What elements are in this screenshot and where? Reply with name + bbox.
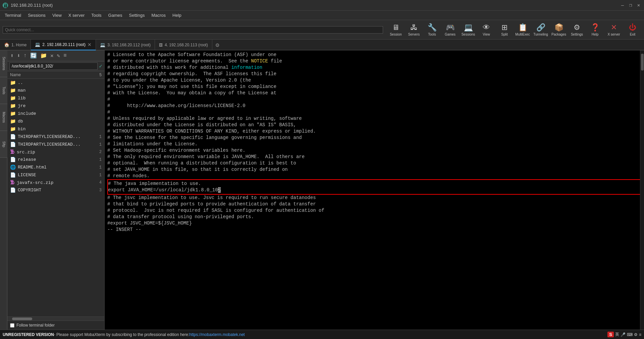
file-item-db[interactable]: 📁 db [7, 117, 104, 125]
window-title: 192.168.20.111 (root) [11, 3, 620, 8]
file-item-dotdot[interactable]: 📁 .. [7, 79, 104, 87]
edit-button[interactable]: ✎ [56, 52, 61, 60]
xserver-label: X server [607, 33, 620, 36]
multiexec-button[interactable]: 📋 MultiExec [514, 21, 531, 39]
file-item-readme[interactable]: 🌐 README.html 1 [7, 163, 104, 171]
file-size: 1 [95, 165, 102, 170]
tunneling-button[interactable]: 🔗 Tunneling [532, 21, 549, 39]
terminal-line: # [107, 109, 641, 115]
file-item-thirdparty2[interactable]: 📄 THIRDPARTYLICENSEREAD... 1 [7, 141, 104, 148]
help-label: Help [592, 33, 599, 36]
tools-button[interactable]: 🔧 Tools [423, 21, 441, 39]
settings-icon[interactable]: ⚙ [634, 332, 638, 337]
scrollbar-thumb[interactable] [12, 318, 32, 320]
servers-button[interactable]: 🖧 Servers [405, 21, 423, 39]
menu-tools[interactable]: Tools [88, 11, 105, 19]
tab-add-button[interactable]: ⚙ [212, 41, 223, 49]
download-button[interactable]: ⬇ [16, 52, 21, 60]
unregistered-label: UNREGISTERED VERSION [3, 332, 54, 337]
terminal-line: # The only required environment variable… [107, 154, 641, 160]
file-item-javafxzip[interactable]: 🗜 javafx-src.zip 4 [7, 179, 104, 186]
file-name: bin [18, 127, 93, 132]
file-item-lib[interactable]: 📁 lib [7, 94, 104, 102]
tab-session2[interactable]: 💻 2. 192.168.20.111 (root) ✕ [31, 40, 96, 50]
vertical-scrollbar-thumb[interactable] [641, 54, 644, 70]
file-item-thirdparty1[interactable]: 📄 THIRDPARTYLICENSEREAD... 1 [7, 133, 104, 141]
upload-button[interactable]: ⬆ [9, 52, 15, 60]
path-confirm-button[interactable]: ✓ [99, 63, 102, 69]
tab-session2-close[interactable]: ✕ [88, 42, 92, 47]
menu-settings[interactable]: Settings [126, 11, 148, 19]
menu-macros[interactable]: Macros [148, 11, 169, 19]
help-button[interactable]: ❓ Help [586, 21, 604, 39]
file-item-man[interactable]: 📁 man [7, 87, 104, 94]
menu-help[interactable]: Help [169, 11, 185, 19]
sidebar-tab-tools[interactable]: Tools [0, 77, 7, 104]
sessions-button[interactable]: 💻 Sessions [460, 21, 477, 39]
mic-icon[interactable]: 🎤 [621, 332, 626, 337]
terminal-line: # Licensed to the Apache Software Founda… [107, 52, 641, 58]
file-item-release[interactable]: 📄 release 1 [7, 156, 104, 163]
view-button[interactable]: 👁 View [478, 21, 495, 39]
tab-session4[interactable]: 🖼 4. 192.168.20.113 (root) [155, 40, 212, 50]
menu-games[interactable]: Games [105, 11, 126, 19]
file-item-copyright[interactable]: 📄 COPYRIGHT 3 [7, 186, 104, 194]
menu-terminal[interactable]: Terminal [1, 11, 24, 19]
menu-sessions[interactable]: Sessions [24, 11, 49, 19]
exit-button[interactable]: ⏻ Exit [624, 21, 641, 39]
terminal-line: # Set Hadoop-specific environment variab… [107, 147, 641, 154]
keyboard-icon[interactable]: ⌨ [627, 332, 633, 337]
quick-connect-input[interactable] [3, 26, 383, 34]
follow-checkbox[interactable] [10, 323, 14, 328]
split-label: Split [501, 33, 507, 36]
delete-button[interactable]: ✕ [49, 52, 55, 60]
menu-xserver[interactable]: X server [65, 11, 88, 19]
packages-label: Packages [551, 33, 566, 36]
file-icon: 📄 [10, 157, 16, 162]
sidebar-tab-macros[interactable]: Macros [0, 104, 7, 131]
tab-session3[interactable]: 💻 3. 192.168.20.112 (root) [96, 40, 155, 50]
tunneling-icon: 🔗 [536, 23, 545, 32]
menu-icon[interactable]: ≡ [639, 332, 641, 337]
file-icon: 📄 [10, 187, 16, 193]
status-link[interactable]: https://mobaxterm.mobatek.net [189, 332, 245, 337]
horizontal-scrollbar[interactable] [7, 317, 104, 321]
xserver-icon: ✕ [611, 23, 617, 32]
file-name: lib [18, 96, 93, 101]
file-item-include[interactable]: 📁 include [7, 110, 104, 117]
path-input[interactable] [9, 62, 98, 70]
maximize-button[interactable]: ❐ [628, 3, 633, 8]
split-button[interactable]: ⊞ Split [496, 21, 513, 39]
tab-home[interactable]: 🏠 1. Home [0, 40, 31, 50]
session-button[interactable]: 🖥 Session [387, 21, 405, 39]
lang-icon[interactable]: 英 [615, 332, 619, 337]
packages-button[interactable]: 📦 Packages [550, 21, 568, 39]
menu-view[interactable]: View [49, 11, 65, 19]
games-button[interactable]: 🎮 Games [441, 21, 459, 39]
file-item-bin[interactable]: 📁 bin [7, 125, 104, 133]
file-size: 1 [95, 157, 102, 162]
sidebar-tab-sessions[interactable]: Sessions [0, 50, 7, 77]
file-name: src.zip [17, 150, 93, 155]
terminal[interactable]: # Licensed to the Apache Software Founda… [105, 50, 644, 330]
vertical-scrollbar[interactable] [640, 50, 644, 330]
close-button[interactable]: ✕ [636, 3, 641, 8]
html-icon: 🌐 [10, 164, 16, 170]
new-folder-button[interactable]: 📁 [39, 52, 48, 60]
xserver-button[interactable]: ✕ X server [605, 21, 623, 39]
menu-button[interactable]: ≡ [62, 52, 68, 59]
settings-button[interactable]: ⚙ Settings [568, 21, 586, 39]
folder-icon: 📁 [10, 95, 16, 101]
refresh-button[interactable]: 🔄 [29, 52, 38, 60]
servers-label: Servers [408, 33, 420, 36]
file-item-srczip[interactable]: 🗜 src.zip 2 [7, 148, 104, 156]
terminal-line: # The jsvc implementation to use. Jsvc i… [107, 195, 641, 201]
file-item-jre[interactable]: 📁 jre [7, 102, 104, 110]
file-item-license[interactable]: 📄 LICENSE 1 [7, 171, 104, 179]
file-name: release [18, 157, 93, 162]
red-highlight-box: # The java implementation to use. export… [107, 179, 641, 195]
sidebar-tab-sftp[interactable]: Sftp [0, 131, 7, 158]
minimize-button[interactable]: — [620, 3, 625, 8]
up-dir-button[interactable]: ↑ [22, 52, 28, 59]
tab-session3-label: 3. 192.168.20.112 (root) [107, 43, 151, 47]
